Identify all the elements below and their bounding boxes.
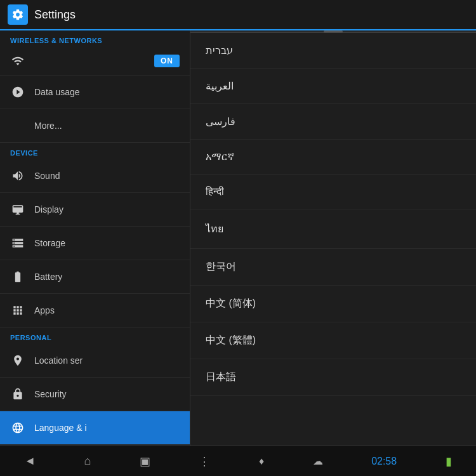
sidebar: WIRELESS & NETWORKS ON Data usage More. — [0, 30, 190, 446]
sidebar-item-location[interactable]: Location ser — [0, 344, 190, 378]
language-option-hindi[interactable]: हिन्दी — [190, 175, 476, 209]
battery-status-icon: ▮ — [446, 454, 452, 468]
sidebar-item-wifi[interactable]: ON — [0, 47, 190, 76]
security-icon — [10, 387, 25, 402]
sidebar-item-backup[interactable]: Backup & res — [0, 445, 190, 446]
sidebar-item-storage[interactable]: Storage — [0, 227, 190, 260]
more-icon — [10, 118, 25, 133]
more-label: More... — [34, 121, 62, 131]
language-option-farsi[interactable]: فارسی — [190, 104, 476, 140]
section-header-device: DEVICE — [0, 143, 190, 159]
location-label: Location ser — [34, 355, 83, 366]
apps-label: Apps — [34, 305, 55, 315]
data-usage-label: Data usage — [34, 87, 80, 97]
language-option-arabic[interactable]: العربية — [190, 69, 476, 104]
sidebar-item-more[interactable]: More... — [0, 109, 190, 143]
home-button[interactable]: ⌂ — [84, 454, 91, 468]
sound-icon — [10, 168, 25, 183]
sidebar-item-language[interactable]: Language & i — [0, 411, 190, 445]
sidebar-item-sound[interactable]: Sound — [0, 159, 190, 193]
language-option-japanese[interactable]: 日本語 — [190, 359, 476, 396]
sidebar-item-battery[interactable]: Battery — [0, 260, 190, 294]
status-time: 02:58 — [371, 456, 397, 467]
battery-icon — [10, 269, 25, 284]
settings-app-icon — [8, 4, 28, 25]
usb-icon: ♦ — [259, 456, 264, 467]
storage-label: Storage — [34, 238, 65, 248]
display-label: Display — [34, 204, 63, 215]
menu-button[interactable]: ⋮ — [199, 454, 210, 468]
battery-label: Battery — [34, 272, 62, 282]
storage-icon — [10, 235, 25, 251]
title-bar: Settings — [0, 0, 476, 30]
location-icon — [10, 353, 25, 368]
apps-icon — [10, 303, 25, 318]
language-option-korean[interactable]: 한국어 — [190, 249, 476, 286]
language-option-hebrew[interactable]: עברית — [190, 33, 476, 69]
language-option-chinese-traditional[interactable]: 中文 (繁體) — [190, 322, 476, 359]
sidebar-item-display[interactable]: Display — [0, 193, 190, 227]
wifi-toggle[interactable]: ON — [154, 55, 180, 67]
main-content: WIRELESS & NETWORKS ON Data usage More. — [0, 30, 476, 446]
language-label: Language & i — [34, 423, 87, 433]
language-option-thai[interactable]: ไทย — [190, 209, 476, 249]
language-option-amharic[interactable]: አማርኛ — [190, 140, 476, 175]
nav-bar: ◄ ⌂ ▣ ⋮ ♦ ☁ 02:58 ▮ — [0, 446, 476, 476]
wifi-icon — [10, 53, 25, 69]
language-icon — [10, 420, 25, 435]
sidebar-item-security[interactable]: Security — [0, 378, 190, 411]
data-usage-icon — [10, 84, 25, 100]
section-header-wireless: WIRELESS & NETWORKS — [0, 30, 190, 47]
weather-icon: ☁ — [313, 455, 323, 467]
sidebar-item-data-usage[interactable]: Data usage — [0, 76, 190, 109]
language-dropdown: עברית العربية فارسی አማርኛ हिन्दी ไทย 한국어 … — [190, 30, 476, 446]
sidebar-item-apps[interactable]: Apps — [0, 294, 190, 327]
recent-apps-button[interactable]: ▣ — [140, 454, 150, 468]
security-label: Security — [34, 389, 67, 399]
sound-label: Sound — [34, 171, 60, 181]
display-icon — [10, 202, 25, 217]
section-header-personal: PERSONAL — [0, 327, 190, 344]
back-button[interactable]: ◄ — [24, 454, 36, 468]
language-option-chinese-simplified[interactable]: 中文 (简体) — [190, 286, 476, 322]
page-title: Settings — [34, 8, 76, 22]
